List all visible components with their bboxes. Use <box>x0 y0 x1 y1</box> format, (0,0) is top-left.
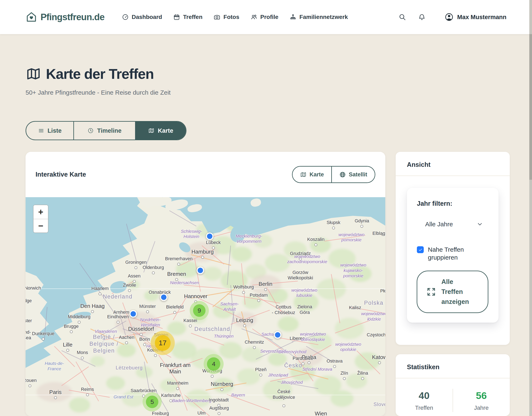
nav-item-label: Dashboard <box>132 14 162 20</box>
mapfold-icon <box>148 128 154 134</box>
user-menu[interactable]: Max Mustermann <box>445 13 506 21</box>
city-dot <box>140 333 142 336</box>
gauge-icon <box>122 14 129 20</box>
city-dot <box>78 321 81 324</box>
map-label: Vlaanderen <box>95 329 117 334</box>
treffen-marker[interactable] <box>160 294 168 301</box>
map-title-icon <box>26 66 41 82</box>
expand-icon <box>427 287 436 297</box>
map-label: Mons <box>77 350 88 355</box>
map-card-title: Interaktive Karte <box>36 171 86 178</box>
treffen-cluster[interactable]: 4 <box>204 354 224 374</box>
nav-item-fotos[interactable]: Fotos <box>214 14 239 20</box>
map-label: Nederland <box>103 293 133 300</box>
navbar: Pfingstfreun.de DashboardTreffenFotosPro… <box>0 0 532 34</box>
city-dot <box>42 337 45 340</box>
camera-icon <box>214 14 220 20</box>
brand-name: Pfingstfreun.de <box>40 12 104 22</box>
nav-item-treffen[interactable]: Treffen <box>173 14 202 20</box>
city-dot <box>332 227 335 229</box>
map-label: Słupsk <box>327 220 340 226</box>
map-label: Freiburg <box>152 411 169 416</box>
layer-button-label: Karte <box>309 171 324 178</box>
tab-timeline[interactable]: Timeline <box>73 122 135 139</box>
city-dot <box>143 343 146 346</box>
tab-label: Karte <box>158 127 173 134</box>
city-dot <box>264 288 267 291</box>
stat-jahre: 56Jahre <box>453 390 510 411</box>
city-dot <box>218 412 220 415</box>
chevron-down-icon <box>476 221 483 228</box>
cluster-count: 4 <box>207 357 220 371</box>
users-icon <box>251 14 257 20</box>
treffen-cluster[interactable]: 5 <box>142 392 162 411</box>
city-dot <box>282 404 285 407</box>
city-dot <box>98 292 101 295</box>
city-dot <box>175 278 178 281</box>
city-dot <box>302 362 304 365</box>
nav-item-familiennetzwerk[interactable]: Familiennetzwerk <box>290 14 348 20</box>
map-label: Gorzów Wielkopolski <box>288 270 313 281</box>
view-tabs: ListeTimelineKarte <box>26 121 186 140</box>
stat-treffen: 40Treffen <box>396 390 453 411</box>
map-label: Rouen <box>26 377 37 383</box>
tab-karte[interactable]: Karte <box>135 122 186 139</box>
city-dot <box>243 324 246 327</box>
treffen-marker[interactable] <box>129 310 137 318</box>
city-dot <box>54 396 57 399</box>
map-card-header: Interaktive Karte KarteSatellit <box>26 152 385 197</box>
nav-item-label: Treffen <box>183 14 202 20</box>
city-dot <box>257 299 260 302</box>
stat-value: 56 <box>453 390 510 401</box>
map-label: Münster <box>139 304 156 309</box>
interactive-map[interactable]: Norwichridgehesterend- -SeaDunkerqueBrug… <box>26 197 385 416</box>
cluster-count: 9 <box>193 304 206 317</box>
map-label: Lille <box>63 342 72 348</box>
city-dot <box>308 361 311 364</box>
zoom-in-button[interactable]: + <box>33 205 48 219</box>
statistiken-title: Statistiken <box>396 354 510 378</box>
map-label: województwo opolskie <box>335 342 361 352</box>
treffen-marker[interactable] <box>197 267 204 274</box>
city-dot <box>220 388 223 391</box>
map-label: Slove <box>373 401 385 407</box>
city-dot <box>81 357 84 359</box>
nav-item-label: Fotos <box>223 14 239 20</box>
layer-button-satellit[interactable]: Satellit <box>331 167 375 182</box>
city-dot <box>360 225 363 228</box>
map-label: Ingolstadt <box>209 397 228 403</box>
map-label: Karlsruhe <box>161 393 180 398</box>
zoom-out-button[interactable]: − <box>33 219 48 233</box>
show-all-treffen-button[interactable]: Alle Treffen anzeigen <box>417 271 488 313</box>
treffen-cluster[interactable]: 9 <box>190 301 209 320</box>
search-icon[interactable] <box>399 13 406 21</box>
ansicht-panel: Ansicht Jahr filtern: Alle Jahre Nahe Tr… <box>396 152 510 345</box>
city-dot <box>91 310 94 313</box>
notifications-bell-icon[interactable] <box>418 13 426 21</box>
city-dot <box>146 310 149 313</box>
globe-icon <box>339 171 346 178</box>
nav-item-dashboard[interactable]: Dashboard <box>122 14 162 20</box>
tab-liste[interactable]: Liste <box>26 122 73 139</box>
treffen-cluster[interactable]: 17 <box>151 331 175 355</box>
city-dot <box>169 399 172 402</box>
group-nearby-checkbox[interactable] <box>417 246 424 253</box>
nav-item-profile[interactable]: Profile <box>251 14 278 20</box>
nav-item-label: Profile <box>260 14 278 20</box>
treffen-marker[interactable] <box>206 233 213 240</box>
map-label: Wien <box>315 411 327 416</box>
filter-card: Jahr filtern: Alle Jahre Nahe Treffen gr… <box>407 188 499 323</box>
layer-button-karte[interactable]: Karte <box>293 167 331 182</box>
main-nav: DashboardTreffenFotosProfileFamiliennetz… <box>122 14 348 20</box>
year-filter-select[interactable]: Alle Jahre <box>425 221 483 228</box>
map-label: Chemnitz <box>245 339 264 345</box>
map-label: Częstochow <box>367 332 385 337</box>
treffen-marker[interactable] <box>274 331 281 339</box>
map-label: Assen <box>128 273 141 279</box>
divider <box>396 176 510 176</box>
scrollbar-thumb[interactable] <box>529 34 532 180</box>
year-select-value: Alle Jahre <box>425 221 453 228</box>
city-dot <box>28 384 31 387</box>
page-head: Karte der Treffen 50+ Jahre Pfingstfreun… <box>26 66 171 96</box>
brand[interactable]: Pfingstfreun.de <box>26 11 104 23</box>
